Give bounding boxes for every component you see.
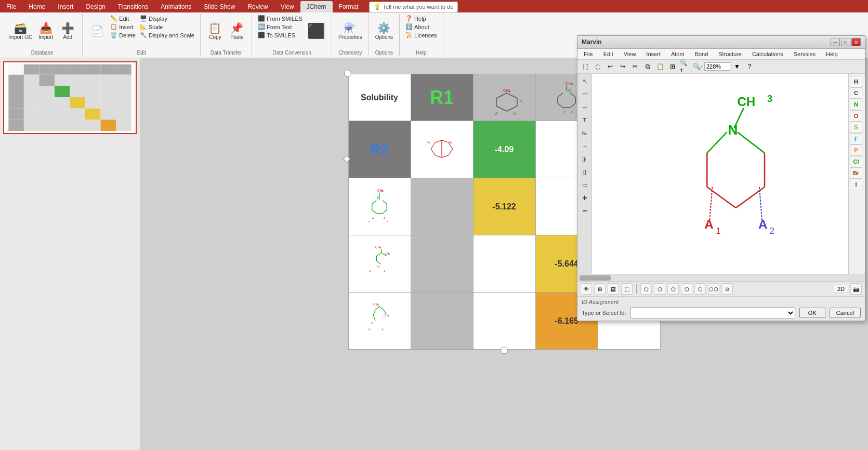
menu-atom[interactable]: Atom	[667, 50, 689, 58]
from-text-button[interactable]: 🔤 From Text	[256, 23, 304, 31]
select-shape-btn[interactable]: ⬚	[621, 283, 633, 295]
hexagon-open-btn[interactable]: ⬡	[654, 283, 665, 295]
bracket-n-tool[interactable]: []ₙ	[578, 153, 591, 165]
horizontal-scrollbar[interactable]	[577, 274, 865, 281]
undo-btn[interactable]: ↩	[604, 61, 616, 72]
menu-bond[interactable]: Bond	[691, 50, 713, 58]
image-btn[interactable]: 🖼	[608, 283, 619, 295]
paste-special-btn[interactable]: ⊞	[667, 61, 678, 72]
hexagon-btn[interactable]: ⬡	[681, 283, 692, 295]
rect-tool[interactable]: ▭	[578, 179, 591, 191]
element-O[interactable]: O	[850, 110, 862, 122]
tab-view[interactable]: View	[274, 1, 300, 12]
menu-file[interactable]: File	[580, 50, 597, 58]
ok-button[interactable]: OK	[799, 308, 825, 318]
bracket-tool[interactable]: []	[578, 166, 591, 178]
id-select[interactable]	[630, 307, 795, 319]
element-Cl[interactable]: Cl	[850, 156, 862, 167]
element-S[interactable]: S	[850, 122, 862, 133]
marvin-canvas[interactable]: CH 3 N A 1	[592, 74, 848, 274]
menu-services[interactable]: Services	[790, 50, 820, 58]
eye-btn[interactable]: 👁	[581, 283, 592, 295]
display-button[interactable]: 🖥️ Display	[138, 15, 196, 22]
tab-animations[interactable]: Animations	[154, 1, 198, 12]
resize-handle-bc[interactable]	[501, 347, 508, 354]
delete-button[interactable]: 🗑️ Delete	[109, 31, 137, 39]
camera-btn[interactable]: 📷	[850, 283, 862, 295]
copy-button[interactable]: 📋 Copy	[205, 21, 226, 41]
tab-design[interactable]: Design	[80, 1, 111, 12]
import-ijc-button[interactable]: 🗃️ Import IJC	[6, 21, 34, 41]
header-mol-1[interactable]: CH₃ N A A	[473, 74, 535, 121]
heptagon-btn[interactable]: ⬠	[667, 283, 679, 295]
element-N[interactable]: N	[850, 99, 862, 110]
slide-thumbnail[interactable]	[3, 61, 137, 134]
tab-jchem[interactable]: JChem	[300, 1, 333, 12]
grid-btn[interactable]: ⊞	[594, 283, 606, 295]
help-button[interactable]: ❓ Help	[404, 15, 438, 22]
arrow-tool[interactable]: →	[578, 140, 591, 152]
close-button[interactable]: ✕	[851, 38, 861, 46]
pentagon-btn[interactable]: ⬠	[640, 283, 652, 295]
file-icon-btn[interactable]: 📄	[87, 24, 108, 38]
tab-review[interactable]: Review	[241, 1, 274, 12]
from-smiles-button[interactable]: ⬛ From SMILES	[256, 15, 304, 22]
menu-insert[interactable]: Insert	[642, 50, 665, 58]
cancel-button[interactable]: Cancel	[830, 308, 861, 318]
hexagon-aromatic-btn[interactable]: ⬡	[694, 283, 706, 295]
pointer-tool[interactable]: ↖	[578, 75, 591, 87]
edit-button[interactable]: ✏️ Edit	[109, 15, 137, 22]
minus-tool[interactable]: −	[578, 205, 591, 217]
tab-slideshow[interactable]: Slide Show	[198, 1, 241, 12]
mol-cell-row2[interactable]: CH₃ N A A ₁	[348, 178, 411, 235]
import-button[interactable]: 📥 Import	[35, 21, 56, 41]
tell-me-box[interactable]: 💡 Tell me what you want to do	[369, 2, 458, 12]
wave-tool[interactable]: 〰	[578, 88, 591, 100]
to-smiles-button[interactable]: ⬛ To SMILES	[256, 31, 304, 39]
zoom-input[interactable]	[704, 62, 730, 71]
select-tool[interactable]: ⬚	[580, 61, 591, 72]
tab-format[interactable]: Format	[333, 1, 365, 12]
paste-button[interactable]: 📌 Paste	[227, 21, 247, 41]
element-Br[interactable]: Br	[850, 167, 862, 179]
resize-handle-tl[interactable]	[344, 70, 351, 77]
element-F[interactable]: F	[850, 133, 862, 144]
plus-tool[interactable]: +	[578, 192, 591, 204]
menu-edit[interactable]: Edit	[599, 50, 617, 58]
circle-hex-btn[interactable]: ⊙	[721, 283, 733, 295]
display-scale-button[interactable]: 🔧 Display and Scale	[138, 31, 196, 39]
add-button[interactable]: ➕ Add	[57, 21, 78, 41]
about-button[interactable]: ℹ️ About	[404, 23, 438, 31]
zoom-in-btn[interactable]: 🔍+	[679, 61, 691, 72]
redo-btn[interactable]: ↪	[617, 61, 628, 72]
scale-button[interactable]: 📐 Scale	[138, 23, 196, 31]
licenses-button[interactable]: 📜 Licenses	[404, 31, 438, 39]
help-marvin-btn[interactable]: ?	[744, 61, 755, 72]
element-P[interactable]: P	[850, 144, 862, 156]
restore-button[interactable]: □	[841, 38, 850, 46]
scrollbar-thumb[interactable]	[580, 275, 611, 281]
tab-transitions[interactable]: Transitions	[112, 1, 154, 12]
menu-view[interactable]: View	[620, 50, 640, 58]
n-tool[interactable]: Nₑ	[578, 127, 591, 139]
element-I[interactable]: I	[850, 179, 862, 190]
paste-marvin-btn[interactable]: 📋	[654, 61, 666, 72]
menu-calculations[interactable]: Calculations	[748, 50, 787, 58]
zoom-out-btn[interactable]: 🔍-	[692, 61, 703, 72]
lasso-tool[interactable]: ◌	[592, 61, 603, 72]
text-tool[interactable]: T	[578, 114, 591, 126]
menu-structure[interactable]: Structure	[714, 50, 746, 58]
element-H[interactable]: H	[850, 76, 862, 87]
tab-insert[interactable]: Insert	[51, 1, 80, 12]
tab-home[interactable]: Home	[22, 1, 51, 12]
mode-2d-btn[interactable]: 2D	[834, 285, 848, 293]
insert-button[interactable]: 📋 Insert	[109, 23, 137, 31]
mol-cell-row4[interactable]: CH₃ CH₃ O A A	[348, 293, 411, 350]
menu-help[interactable]: Help	[822, 50, 842, 58]
properties-button[interactable]: ⚗️ Properties	[336, 21, 364, 41]
element-C[interactable]: C	[850, 87, 862, 99]
minimize-button[interactable]: ─	[831, 38, 840, 46]
single-bond-tool[interactable]: ─	[578, 101, 591, 113]
zoom-dropdown[interactable]: ▼	[731, 61, 743, 72]
cut-btn[interactable]: ✂	[629, 61, 641, 72]
